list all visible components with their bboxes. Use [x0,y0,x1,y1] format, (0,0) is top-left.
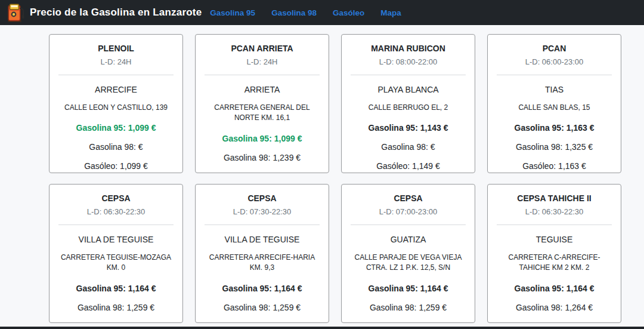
price-gasolina-98: Gasolina 98: 1,264 € [496,303,612,312]
station-city: VILLA DE TEGUISE [204,235,320,244]
station-name: CEPSA [204,193,320,204]
station-name: PLENOIL [58,43,174,54]
station-address: CALLE PARAJE DE VEGA VIEJA CTRA. LZ 1 P.… [350,253,466,273]
nav-gasolina-95[interactable]: Gasolina 95 [210,8,255,17]
station-hours: L-D: 24H [58,57,174,66]
price-gasoleo: Gasóleo: 1,174 € [350,322,466,323]
price-gasolina-98: Gasolina 98: 1,259 € [350,303,466,312]
nav-gasolina-98[interactable]: Gasolina 98 [271,8,317,17]
divider [497,75,612,75]
station-address: CARRETERA C-ARRECIFE-TAHICHE KM 2 KM. 2 [496,253,612,273]
station-card: CEPSA TAHICHE II L-D: 06:30-22:30 TEGUIS… [487,184,621,323]
price-gasoleo: Gasóleo: 1,099 € [204,172,320,173]
station-city: ARRIETA [204,85,320,94]
station-city: PLAYA BLANCA [350,85,466,94]
station-card: CEPSA L-D: 06:30-22:30 VILLA DE TEGUISE … [49,184,183,323]
page-title: Precio de la Gasolina en Lanzarote [30,7,202,19]
station-city: GUATIZA [350,235,466,244]
station-hours: L-D: 06:00-23:00 [496,57,612,66]
station-address: CALLE BERRUGO EL, 2 [350,103,466,113]
station-name: PCAN ARRIETA [204,43,320,54]
station-hours: L-D: 24H [204,57,320,66]
station-card: CEPSA L-D: 07:30-22:30 VILLA DE TEGUISE … [195,184,329,323]
price-gasolina-95: Gasolina 95: 1,099 € [58,123,174,133]
station-name: MARINA RUBICON [350,43,466,54]
gas-pump-icon [7,3,25,22]
station-hours: L-D: 07:00-23:00 [350,207,466,216]
price-gasolina-95: Gasolina 95: 1,099 € [204,134,320,143]
station-name: PCAN [496,43,612,54]
price-gasolina-98: Gasolina 98: € [350,142,466,152]
price-gasolina-98: Gasolina 98: 1,239 € [204,153,320,162]
station-address: CALLE LEON Y CASTILLO, 139 [58,103,174,113]
price-gasolina-95: Gasolina 95: 1,164 € [58,284,174,293]
price-gasolina-98: Gasolina 98: 1,259 € [204,303,320,312]
station-hours: L-D: 06:30-22:30 [58,207,174,216]
price-gasolina-98: Gasolina 98: € [58,142,174,152]
price-gasolina-95: Gasolina 95: 1,164 € [496,284,612,293]
station-hours: L-D: 07:30-22:30 [204,207,320,216]
stations-grid: PLENOIL L-D: 24H ARRECIFE CALLE LEON Y C… [49,34,644,323]
price-gasoleo: Gasóleo: 1,163 € [496,161,612,171]
station-address: CARRETERA ARRECIFE-HARIA KM. 9,3 [204,253,320,273]
station-city: VILLA DE TEGUISE [58,235,174,244]
station-address: CARRETERA TEGUISE-MOZAGA KM. 0 [58,253,174,273]
price-gasolina-95: Gasolina 95: 1,164 € [350,284,466,293]
station-card: MARINA RUBICON L-D: 08:00-22:00 PLAYA BL… [341,34,475,173]
station-address: CARRETERA GENERAL DEL NORTE KM. 16,1 [204,103,320,124]
station-name: CEPSA [58,193,174,204]
price-gasolina-95: Gasolina 95: 1,163 € [496,123,612,133]
divider [58,75,174,75]
nav-gasoleo[interactable]: Gasóleo [333,8,364,17]
divider [205,75,320,75]
station-hours: L-D: 08:00-22:00 [350,57,466,66]
price-gasoleo: Gasóleo: 1,099 € [58,161,174,171]
divider [497,225,612,225]
main-nav: Gasolina 95 Gasolina 98 Gasóleo Mapa [210,8,417,17]
station-name: CEPSA [350,193,466,204]
divider [351,75,466,75]
divider [58,225,174,225]
price-gasolina-95: Gasolina 95: 1,164 € [204,284,320,293]
price-gasolina-98: Gasolina 98: 1,259 € [58,303,174,312]
price-gasolina-98: Gasolina 98: 1,325 € [496,142,612,152]
price-gasoleo: Gasóleo: 1,149 € [350,161,466,171]
station-city: TIAS [496,85,612,94]
price-gasoleo: Gasóleo: 1,174 € [58,322,174,323]
stations-list: PLENOIL L-D: 24H ARRECIFE CALLE LEON Y C… [0,25,644,323]
station-card: PCAN L-D: 06:00-23:00 TIAS CALLE SAN BLA… [487,34,621,173]
divider [351,225,466,225]
station-card: CEPSA L-D: 07:00-23:00 GUATIZA CALLE PAR… [341,184,475,323]
station-name: CEPSA TAHICHE II [496,193,612,204]
nav-mapa[interactable]: Mapa [380,8,401,17]
app-header: Precio de la Gasolina en Lanzarote Gasol… [0,0,644,25]
price-gasoleo: Gasóleo: 1,174 € [496,322,612,323]
station-city: ARRECIFE [58,85,174,94]
station-address: CALLE SAN BLAS, 15 [496,103,612,113]
station-card: PCAN ARRIETA L-D: 24H ARRIETA CARRETERA … [195,34,329,173]
station-hours: L-D: 06:30-22:30 [496,207,612,216]
station-city: TEGUISE [496,235,612,244]
footer-strip [0,327,644,329]
price-gasoleo: Gasóleo: 1,174 € [204,322,320,323]
price-gasolina-95: Gasolina 95: 1,143 € [350,123,466,133]
divider [205,225,320,225]
station-card: PLENOIL L-D: 24H ARRECIFE CALLE LEON Y C… [49,34,183,173]
